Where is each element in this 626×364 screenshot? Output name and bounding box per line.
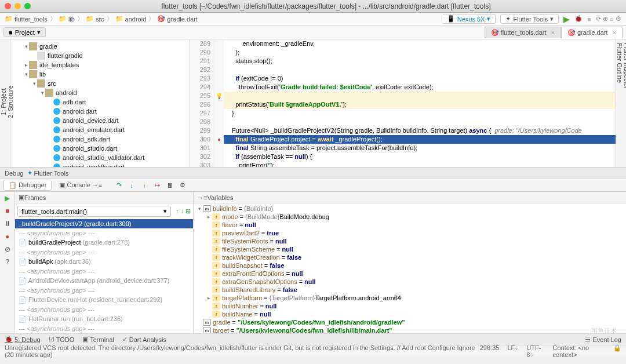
stack-frame[interactable]: _buildGradleProjectV2 (gradle.dart:300) — [15, 219, 193, 228]
more-icon[interactable]: ? — [0, 258, 14, 271]
line-separator[interactable]: LF÷ — [507, 344, 518, 358]
device-dropdown[interactable]: 📱 Nexus 5X ▾ — [442, 14, 496, 24]
pause-icon[interactable]: ⏸ — [0, 220, 14, 232]
status-message[interactable]: Unregistered VCS root detected: The dire… — [5, 344, 480, 358]
stop-button[interactable]: ■ — [587, 16, 591, 23]
file-encoding[interactable]: UTF-8÷ — [526, 344, 544, 358]
project-toolbar: ■ Project ▾ 🎯 flutter_tools.dart ×🎯 grad… — [0, 26, 626, 39]
titlebar: flutter_tools [~/Codes/fwn_idlefish/flut… — [0, 0, 626, 13]
debug-button[interactable]: 🐞 — [574, 15, 583, 23]
tree-row[interactable]: adb.dart — [10, 97, 190, 107]
tree-row[interactable]: ▾gradle — [10, 42, 190, 51]
variable-row[interactable]: fextraFrontEndOptions = null — [194, 270, 626, 278]
tree-row[interactable]: ▾android — [10, 88, 190, 97]
editor-tab[interactable]: 🎯 gradle.dart × — [561, 27, 623, 38]
variable-row[interactable]: ▸fmode = {BuildMode} BuildMode.debug — [194, 213, 626, 221]
variable-row[interactable]: fbuildNumber = null — [194, 302, 626, 310]
variable-row[interactable]: fpreviewDart2 = true — [194, 229, 626, 237]
tree-row[interactable]: ▾lib — [10, 70, 190, 79]
breakpoint-gutter[interactable]: 💡● — [214, 39, 224, 167]
variable-row[interactable]: fbuildName = null — [194, 310, 626, 318]
step-out-icon[interactable]: ↑ — [140, 181, 149, 190]
stack-frame[interactable]: --- <asynchronous gap> --- — [15, 228, 193, 238]
code-editor[interactable]: 2892902912922932942952962972982993003013… — [190, 39, 616, 167]
run-button[interactable]: ▶ — [563, 14, 570, 24]
project-tree[interactable]: ▾gradleflutter.gradle▸ide_templates▾lib▾… — [10, 39, 190, 167]
tree-row[interactable]: android_emulator.dart — [10, 125, 190, 134]
evaluate-icon[interactable]: 🖩 — [165, 181, 174, 190]
bc-file[interactable]: 🎯 gradle.dart — [157, 15, 198, 23]
window-controls — [5, 3, 31, 9]
stack-frame[interactable]: 📄 AndroidDevice.startApp (android_device… — [15, 276, 193, 286]
bc-lib[interactable]: 📁 lib — [59, 15, 75, 23]
debug-side-controls[interactable]: ▶ ■ ⏸ ● ⊘ ? — [0, 192, 15, 333]
variable-row[interactable]: mgradle = "/Users/kylewong/Codes/fwn_idl… — [194, 318, 626, 326]
tab-terminal[interactable]: ▣ Terminal — [82, 336, 114, 343]
tree-row[interactable]: android_sdk.dart — [10, 134, 190, 144]
variable-row[interactable]: ffileSystemRoots = null — [194, 237, 626, 245]
tab-dart-analysis[interactable]: ✓ Dart Analysis — [122, 336, 166, 343]
resume-icon[interactable]: ▶ — [0, 194, 14, 207]
tree-row[interactable]: ▸ide_templates — [10, 60, 190, 70]
variable-row[interactable]: mtarget = "/Users/kylewong/Codes/fwn_idl… — [194, 326, 626, 333]
tab-todo[interactable]: ☑ TODO — [49, 336, 75, 343]
settings-icon[interactable]: ⚙ — [178, 181, 187, 190]
stop-icon[interactable]: ■ — [0, 207, 14, 220]
mute-icon[interactable]: ⊘ — [0, 245, 14, 258]
bc-project[interactable]: 📁 flutter_tools — [5, 15, 48, 23]
variable-row[interactable]: ▸ftargetPlatform = {TargetPlatform} Targ… — [194, 294, 626, 302]
close-icon[interactable] — [5, 3, 11, 9]
tab-event-log[interactable]: ☰ Event Log — [585, 336, 621, 343]
close-tab-icon[interactable]: × — [551, 29, 554, 36]
stack-frame[interactable]: 📄 buildApk (apk.dart:36) — [15, 257, 193, 267]
variable-row[interactable]: fflavor = null — [194, 221, 626, 229]
tree-row[interactable]: android_workflow.dart — [10, 162, 190, 167]
debug-tool-window: Debug ✦ Flutter Tools 📋 Debugger ▣ Conso… — [0, 167, 626, 333]
stack-frame[interactable]: --- <asynchronous gap> --- — [15, 305, 193, 314]
tab-debug[interactable]: 🐞 5: Debug — [5, 336, 41, 343]
debugger-step-controls[interactable]: ↷ ↓ ↑ ↦ 🖩 ⚙ — [114, 181, 187, 190]
context-indicator[interactable]: Context: <no context> — [553, 344, 605, 358]
caret-position[interactable]: 296:35 — [480, 344, 500, 358]
frame-nav-icons[interactable]: ↑ ↓ ⊞ — [173, 208, 193, 215]
stack-frame[interactable]: --- <asynchronous gap> --- — [15, 324, 193, 333]
stack-frame[interactable]: 📄 buildGradleProject (gradle.dart:278) — [15, 238, 193, 247]
project-view-selector[interactable]: ■ Project ▾ — [3, 27, 46, 37]
stack-frame[interactable]: 📄 HotRunner.run (run_hot.dart:236) — [15, 314, 193, 324]
run-to-icon[interactable]: ↦ — [152, 181, 162, 190]
debugger-tab[interactable]: 📋 Debugger — [3, 180, 52, 191]
step-over-icon[interactable]: ↷ — [114, 181, 123, 190]
variable-row[interactable]: fextraGenSnapshotOptions = null — [194, 278, 626, 286]
stack-frame[interactable]: --- <asynchronous gap> --- — [15, 286, 193, 295]
variable-row[interactable]: fbuildSnapshot = false — [194, 261, 626, 270]
tree-row[interactable]: android_studio.dart — [10, 144, 190, 153]
variable-row[interactable]: ▾mbuildInfo = {BuildInfo} — [194, 205, 626, 213]
variable-row[interactable]: ftrackWidgetCreation = false — [194, 253, 626, 261]
bc-android[interactable]: 📁 android — [115, 15, 147, 23]
variable-row[interactable]: fbuildSharedLibrary = false — [194, 286, 626, 294]
maximize-icon[interactable] — [24, 3, 31, 9]
stack-frame[interactable]: --- <asynchronous gap> --- — [15, 267, 193, 276]
stack-frame[interactable]: --- <asynchronous gap> --- — [15, 247, 193, 257]
thread-dropdown[interactable]: flutter_tools.dart:main()▾ — [17, 206, 171, 217]
left-tool-tabs[interactable]: 1: Project 2: Structure — [0, 39, 10, 167]
right-tool-tabs[interactable]: Flutter Outline Flutter Inspector — [616, 39, 626, 167]
run-config-dropdown[interactable]: ✦ Flutter Tools ▾ — [500, 14, 559, 24]
view-breakpoints-icon[interactable]: ● — [0, 232, 14, 245]
tree-row[interactable]: android_studio_validator.dart — [10, 153, 190, 162]
minimize-icon[interactable] — [14, 3, 21, 9]
step-into-icon[interactable]: ↓ — [127, 181, 136, 190]
variable-row[interactable]: ffileSystemScheme = null — [194, 245, 626, 253]
toolbar-icons[interactable]: ⟳ ⊕ ⌕ ⚙ — [596, 15, 621, 23]
console-tab[interactable]: ▣ Console →≡ — [54, 180, 107, 191]
tree-row[interactable]: android_device.dart — [10, 116, 190, 125]
tree-row[interactable]: android.dart — [10, 107, 190, 116]
tree-row[interactable]: ▾src — [10, 79, 190, 88]
bottom-tool-tabs: 🐞 5: Debug ☑ TODO ▣ Terminal ✓ Dart Anal… — [0, 333, 626, 345]
bc-src[interactable]: 📁 src — [86, 15, 104, 23]
close-tab-icon[interactable]: × — [613, 29, 616, 36]
tree-row[interactable]: flutter.gradle — [10, 51, 190, 60]
editor-tab[interactable]: 🎯 flutter_tools.dart × — [485, 27, 561, 38]
lock-icon[interactable]: 🔒 — [613, 344, 621, 358]
stack-frame[interactable]: 📄 FlutterDevice.runHot (resident_runner.… — [15, 295, 193, 305]
